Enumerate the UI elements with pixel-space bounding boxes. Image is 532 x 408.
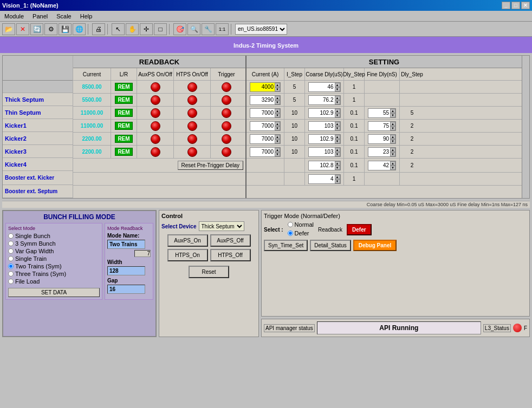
syn-time-set-button[interactable]: Syn_Time_Set bbox=[264, 240, 308, 251]
coarse-dly-3[interactable]: ▲▼ bbox=[305, 107, 344, 119]
config-icon[interactable]: ⚙ bbox=[44, 23, 57, 35]
coarse-spin-down-7[interactable]: ▼ bbox=[335, 166, 340, 170]
search-icon[interactable]: 🔍 bbox=[187, 23, 200, 35]
set-current-input-6[interactable] bbox=[250, 148, 275, 156]
spin-up-6[interactable]: ▲ bbox=[275, 148, 280, 152]
auxps-on-button[interactable]: AuxPS_On bbox=[167, 234, 208, 247]
set-current-5[interactable]: ▲▼ bbox=[246, 133, 284, 145]
coarse-spin-up-5[interactable]: ▲ bbox=[335, 135, 340, 139]
coarse-spin-up-1[interactable]: ▲ bbox=[335, 83, 340, 87]
defer-radio[interactable] bbox=[288, 231, 293, 236]
hand-icon[interactable]: ✋ bbox=[126, 23, 139, 35]
fine-dly-6[interactable]: ▲▼ bbox=[365, 146, 400, 158]
zoom-reset[interactable]: 1:1 bbox=[216, 23, 229, 35]
coarse-spin-down-2[interactable]: ▼ bbox=[335, 100, 340, 104]
set-current-1[interactable]: ▲▼ bbox=[246, 81, 284, 93]
radio-file-load-input[interactable] bbox=[8, 279, 14, 284]
reset-pretrigger-cell[interactable]: Reset Pre-Trigger Delay bbox=[73, 161, 245, 170]
set-current-4[interactable]: ▲▼ bbox=[246, 120, 284, 132]
spin-down-1[interactable]: ▼ bbox=[275, 87, 280, 91]
spin-up-1[interactable]: ▲ bbox=[275, 83, 280, 87]
set-current-6[interactable]: ▲▼ bbox=[246, 146, 284, 158]
spin-down-6[interactable]: ▼ bbox=[275, 152, 280, 156]
coarse-dly-input-8[interactable] bbox=[309, 175, 335, 183]
fine-dly-input-5[interactable] bbox=[368, 135, 390, 143]
network-icon[interactable]: 🌐 bbox=[73, 23, 86, 35]
menu-help[interactable]: Help bbox=[78, 12, 95, 20]
normal-radio-row[interactable]: Normal bbox=[288, 221, 314, 228]
set-current-input-5[interactable] bbox=[250, 135, 275, 143]
fine-dly-input-3[interactable] bbox=[368, 109, 390, 117]
move-icon[interactable]: ✢ bbox=[140, 23, 153, 35]
menu-scale[interactable]: Scale bbox=[54, 12, 74, 20]
coarse-dly-2[interactable]: ▲▼ bbox=[305, 94, 344, 106]
spin-down-4[interactable]: ▼ bbox=[275, 126, 280, 130]
save-icon[interactable]: 💾 bbox=[59, 23, 72, 35]
scrollbar[interactable] bbox=[522, 56, 529, 198]
fine-dly-input-4[interactable] bbox=[368, 122, 390, 130]
radio-var-gap-input[interactable] bbox=[8, 248, 14, 254]
detail-status-button[interactable]: Detail_Status bbox=[310, 240, 351, 251]
fine-spin-up-5[interactable]: ▲ bbox=[390, 135, 395, 139]
coarse-spin-down-5[interactable]: ▼ bbox=[335, 139, 340, 143]
coarse-dly-input-5[interactable] bbox=[309, 135, 335, 143]
fine-dly-3[interactable]: ▲▼ bbox=[365, 107, 400, 119]
maximize-button[interactable]: □ bbox=[511, 2, 520, 9]
coarse-dly-input-6[interactable] bbox=[309, 148, 335, 156]
htps-off-button[interactable]: HTPS_Off bbox=[210, 249, 251, 261]
coarse-dly-1[interactable]: ▲▼ bbox=[305, 81, 344, 93]
radio-file-load[interactable]: File Load bbox=[8, 278, 100, 285]
set-data-button[interactable]: SET DATA bbox=[8, 288, 100, 297]
auxps-off-button[interactable]: AuxPS_Off bbox=[210, 234, 251, 247]
radio-var-gap[interactable]: Var Gap Width bbox=[8, 248, 100, 254]
coarse-spin-up-6[interactable]: ▲ bbox=[335, 148, 340, 152]
radio-single-bunch[interactable]: Single Bunch bbox=[8, 233, 100, 239]
locale-select[interactable]: en_US.iso88591 bbox=[235, 24, 287, 35]
fine-spin-down-5[interactable]: ▼ bbox=[390, 139, 395, 143]
fine-spin-up-4[interactable]: ▲ bbox=[390, 122, 395, 126]
spin-down-2[interactable]: ▼ bbox=[275, 100, 280, 104]
target-icon[interactable]: 🎯 bbox=[173, 23, 186, 35]
coarse-dly-8[interactable]: ▲▼ bbox=[305, 173, 344, 185]
debug-panel-button[interactable]: Debug Panel bbox=[353, 240, 397, 251]
spin-up-4[interactable]: ▲ bbox=[275, 122, 280, 126]
fine-spin-up-7[interactable]: ▲ bbox=[390, 161, 395, 166]
mode-num-input[interactable] bbox=[134, 250, 151, 257]
coarse-dly-input-1[interactable] bbox=[309, 83, 335, 91]
radio-3-symm-input[interactable] bbox=[8, 241, 14, 246]
coarse-dly-input-2[interactable] bbox=[309, 96, 335, 104]
fine-spin-up-6[interactable]: ▲ bbox=[390, 148, 395, 152]
htps-on-button[interactable]: HTPS_On bbox=[167, 249, 208, 261]
rect-icon[interactable]: □ bbox=[154, 23, 167, 35]
print-icon[interactable]: 🖨 bbox=[92, 23, 105, 35]
defer-radio-row[interactable]: Defer bbox=[288, 230, 314, 236]
coarse-spin-down-3[interactable]: ▼ bbox=[335, 113, 340, 117]
refresh-icon[interactable]: 🔄 bbox=[30, 23, 43, 35]
fine-dly-7[interactable]: ▲▼ bbox=[365, 159, 400, 172]
trigger-radio-group[interactable]: Normal Defer bbox=[288, 221, 314, 238]
coarse-spin-down-1[interactable]: ▼ bbox=[335, 87, 340, 91]
set-current-input-2[interactable] bbox=[250, 96, 275, 104]
reset-pretrigger-button[interactable]: Reset Pre-Trigger Delay bbox=[178, 161, 243, 170]
menu-module[interactable]: Module bbox=[2, 12, 26, 20]
set-current-input-3[interactable] bbox=[250, 109, 275, 117]
open-icon[interactable]: 📂 bbox=[2, 23, 15, 35]
radio-single-train[interactable]: Single Train bbox=[8, 255, 100, 262]
coarse-spin-down-8[interactable]: ▼ bbox=[335, 179, 340, 183]
radio-three-trains-input[interactable] bbox=[8, 271, 14, 277]
fine-spin-down-6[interactable]: ▼ bbox=[390, 152, 395, 156]
radio-single-train-input[interactable] bbox=[8, 256, 14, 261]
coarse-spin-up-8[interactable]: ▲ bbox=[335, 175, 340, 179]
radio-three-trains[interactable]: Three Trains (Sym) bbox=[8, 271, 100, 277]
pointer-icon[interactable]: ↖ bbox=[112, 23, 125, 35]
fine-spin-down-4[interactable]: ▼ bbox=[390, 126, 395, 130]
fine-spin-down-7[interactable]: ▼ bbox=[390, 166, 395, 170]
window-controls[interactable]: _ □ ✕ bbox=[502, 2, 530, 9]
fine-dly-input-6[interactable] bbox=[368, 148, 390, 156]
spin-up-3[interactable]: ▲ bbox=[275, 109, 280, 113]
spin-up-2[interactable]: ▲ bbox=[275, 96, 280, 100]
stop-icon[interactable]: ✕ bbox=[16, 23, 29, 35]
normal-radio[interactable] bbox=[288, 222, 293, 227]
coarse-spin-down-4[interactable]: ▼ bbox=[335, 126, 340, 130]
radio-single-bunch-input[interactable] bbox=[8, 233, 14, 239]
